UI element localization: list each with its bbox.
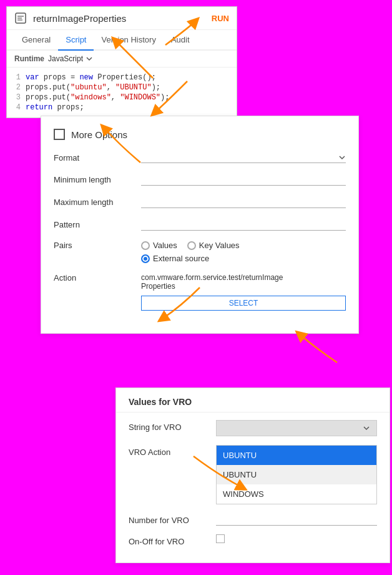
format-select[interactable] <box>141 152 346 163</box>
dropdown-selected-item[interactable]: UBUNTU <box>217 446 376 465</box>
pairs-key-values-option[interactable]: Key Values <box>187 241 240 250</box>
pattern-label: Pattern <box>54 220 135 229</box>
line-num-3: 3 <box>7 93 26 102</box>
select-button[interactable]: SELECT <box>141 296 346 311</box>
values-label: Values <box>153 241 177 250</box>
vro-action-row: VRO Action UBUNTU UBUNTU WINDOWS <box>129 445 377 504</box>
more-options-panel: More Options Format Minimum length Maxim… <box>41 116 359 334</box>
more-options-title: More Options <box>71 129 127 140</box>
more-options-checkbox[interactable] <box>54 129 65 140</box>
pairs-external-option[interactable]: External source <box>141 254 240 263</box>
on-off-for-vro-row: On-Off for VRO <box>129 534 377 546</box>
string-for-vro-label: String for VRO <box>129 420 210 432</box>
min-length-row: Minimum length <box>54 173 346 186</box>
action-text: com.vmware.form.service.test/returnImage… <box>141 273 346 291</box>
pairs-row: Pairs Values Key Values External source <box>54 241 346 263</box>
key-values-label: Key Values <box>199 241 240 250</box>
string-for-vro-select[interactable] <box>216 420 377 436</box>
max-length-row: Maximum length <box>54 196 346 208</box>
number-for-vro-row: Number for VRO <box>129 513 377 526</box>
max-length-input[interactable] <box>141 196 346 208</box>
max-length-label: Maximum length <box>54 198 135 207</box>
external-source-radio[interactable] <box>141 254 150 263</box>
on-off-for-vro-control <box>216 534 377 545</box>
runtime-label: Runtime <box>14 54 44 63</box>
pairs-options: Values Key Values External source <box>141 241 240 263</box>
code-line-4: 4 return props; <box>7 102 237 112</box>
tab-audit[interactable]: Audit <box>164 30 197 51</box>
min-length-label: Minimum length <box>54 175 135 184</box>
format-row: Format <box>54 152 346 163</box>
line-code-2: props.put("ubuntu", "UBUNTU"); <box>26 83 237 92</box>
action-content: com.vmware.form.service.test/returnImage… <box>141 273 346 311</box>
line-code-1: var props = new Properties(); <box>26 73 237 82</box>
vro-action-dropdown[interactable]: UBUNTU UBUNTU WINDOWS <box>216 445 377 504</box>
string-for-vro-control[interactable] <box>216 420 377 436</box>
vro-action-label: VRO Action <box>129 445 210 457</box>
key-values-radio[interactable] <box>187 241 196 250</box>
values-radio[interactable] <box>141 241 150 250</box>
code-line-3: 3 props.put("windows", "WINDOWS"); <box>7 92 237 102</box>
dropdown-item-windows[interactable]: WINDOWS <box>217 484 376 504</box>
pairs-label: Pairs <box>54 241 135 250</box>
line-num-4: 4 <box>7 103 26 112</box>
on-off-checkbox[interactable] <box>216 534 225 543</box>
format-label: Format <box>54 153 135 162</box>
title-bar: returnImageProperties RUN <box>7 7 237 30</box>
string-for-vro-row: String for VRO <box>129 420 377 436</box>
tabs-bar: General Script Version History Audit <box>7 30 237 51</box>
on-off-for-vro-label: On-Off for VRO <box>129 534 210 546</box>
vro-title: Values for VRO <box>116 388 390 412</box>
number-for-vro-label: Number for VRO <box>129 513 210 525</box>
runtime-row: Runtime JavaScript <box>7 51 237 68</box>
tab-version-history[interactable]: Version History <box>94 30 163 51</box>
number-for-vro-control <box>216 513 377 526</box>
action-row: Action com.vmware.form.service.test/retu… <box>54 273 346 311</box>
line-num-2: 2 <box>7 83 26 92</box>
format-chevron-icon <box>338 154 346 161</box>
script-editor-panel: returnImageProperties RUN General Script… <box>6 6 237 118</box>
more-options-header: More Options <box>54 129 346 140</box>
action-label: Action <box>54 273 135 282</box>
vro-form: String for VRO VRO Action UBUNTU UBUNTU … <box>116 412 390 562</box>
line-code-4: return props; <box>26 103 237 112</box>
code-area: 1 var props = new Properties(); 2 props.… <box>7 68 237 118</box>
chevron-down-icon <box>86 55 93 62</box>
run-button[interactable]: RUN <box>212 14 229 23</box>
pairs-values-option[interactable]: Values <box>141 241 177 250</box>
app-title: returnImageProperties <box>33 13 205 24</box>
pattern-input[interactable] <box>141 218 346 231</box>
vro-panel: Values for VRO String for VRO VRO Action… <box>115 388 390 563</box>
tab-general[interactable]: General <box>14 30 58 51</box>
pairs-first-row: Values Key Values <box>141 241 240 250</box>
runtime-value: JavaScript <box>48 54 83 63</box>
arrow-action <box>287 328 343 366</box>
number-for-vro-input[interactable] <box>216 513 377 526</box>
min-length-input[interactable] <box>141 173 346 186</box>
external-source-label: External source <box>153 254 209 263</box>
code-line-1: 1 var props = new Properties(); <box>7 72 237 82</box>
line-code-3: props.put("windows", "WINDOWS"); <box>26 93 237 102</box>
vro-action-dropdown-open[interactable]: UBUNTU UBUNTU WINDOWS <box>216 445 377 504</box>
string-vro-chevron-icon <box>363 424 370 432</box>
editor-icon <box>14 12 27 24</box>
pattern-row: Pattern <box>54 218 346 231</box>
code-line-2: 2 props.put("ubuntu", "UBUNTU"); <box>7 82 237 92</box>
line-num-1: 1 <box>7 73 26 82</box>
dropdown-item-ubuntu[interactable]: UBUNTU <box>217 465 376 484</box>
tab-script[interactable]: Script <box>58 30 94 51</box>
runtime-select[interactable]: JavaScript <box>48 54 93 63</box>
